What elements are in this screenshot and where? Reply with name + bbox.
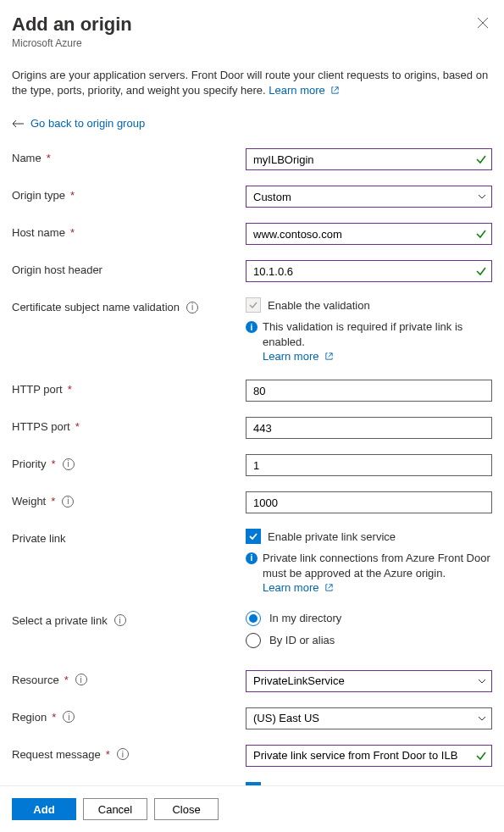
weight-label: Weight xyxy=(12,495,46,508)
info-icon[interactable]: i xyxy=(63,711,75,723)
back-arrow-icon xyxy=(12,119,24,128)
panel-subtitle: Microsoft Azure xyxy=(12,37,474,49)
external-link-icon xyxy=(330,86,340,95)
close-icon xyxy=(477,17,489,29)
https-port-label: HTTPS port xyxy=(12,420,70,433)
http-port-label: HTTP port xyxy=(12,383,63,396)
external-link-icon xyxy=(324,583,334,592)
host-name-input[interactable] xyxy=(246,223,492,245)
private-link-learn-more-link[interactable]: Learn more xyxy=(263,581,334,594)
enable-validation-checkbox xyxy=(246,297,261,313)
enable-validation-label: Enable the validation xyxy=(268,299,370,312)
info-badge-icon: i xyxy=(246,321,258,333)
region-select[interactable] xyxy=(246,707,492,729)
panel-title: Add an origin xyxy=(12,14,474,36)
required-marker: * xyxy=(47,152,51,164)
request-message-input[interactable] xyxy=(246,745,492,767)
radio-in-my-directory-label: In my directory xyxy=(269,612,341,624)
origin-host-header-label: Origin host header xyxy=(12,263,102,276)
info-icon[interactable]: i xyxy=(63,458,75,470)
origin-type-select[interactable] xyxy=(246,186,492,208)
info-badge-icon: i xyxy=(246,552,258,564)
name-input[interactable] xyxy=(246,148,492,170)
back-to-origin-group-link[interactable]: Go back to origin group xyxy=(30,117,145,130)
radio-in-my-directory[interactable]: In my directory xyxy=(246,611,492,626)
priority-input[interactable] xyxy=(246,454,492,476)
private-link-note: Private link connections from Azure Fron… xyxy=(263,552,490,580)
close-button[interactable] xyxy=(474,14,492,35)
priority-label: Priority xyxy=(12,458,46,470)
origin-type-label: Origin type xyxy=(12,189,65,202)
private-link-label: Private link xyxy=(12,532,66,545)
radio-by-id-or-alias-label: By ID or alias xyxy=(269,634,335,646)
weight-input[interactable] xyxy=(246,491,492,513)
info-icon[interactable]: i xyxy=(62,496,74,508)
learn-more-link[interactable]: Learn more xyxy=(269,84,340,97)
add-button[interactable]: Add xyxy=(12,798,76,820)
cert-validation-label: Certificate subject name validation xyxy=(12,301,180,313)
external-link-icon xyxy=(324,352,334,361)
resource-select[interactable] xyxy=(246,670,492,692)
enable-private-link-label: Enable private link service xyxy=(268,530,396,543)
radio-by-id-or-alias[interactable]: By ID or alias xyxy=(246,633,492,648)
http-port-input[interactable] xyxy=(246,380,492,402)
request-message-label: Request message xyxy=(12,748,101,761)
origin-host-header-input[interactable] xyxy=(246,260,492,282)
cancel-button[interactable]: Cancel xyxy=(83,798,147,820)
host-name-label: Host name xyxy=(12,226,65,239)
info-icon[interactable]: i xyxy=(75,674,87,685)
info-icon[interactable]: i xyxy=(114,614,126,626)
cert-validation-note: This validation is required if private l… xyxy=(263,320,462,348)
close-footer-button[interactable]: Close xyxy=(154,798,219,820)
description-text: Origins are your application servers. Fr… xyxy=(12,68,492,98)
cert-validation-learn-more-link[interactable]: Learn more xyxy=(263,350,334,363)
resource-label: Resource xyxy=(12,674,59,686)
info-icon[interactable]: i xyxy=(117,748,129,760)
select-private-link-label: Select a private link xyxy=(12,614,108,627)
enable-private-link-checkbox[interactable] xyxy=(246,529,261,544)
footer-bar: Add Cancel Close xyxy=(0,785,504,832)
info-icon[interactable]: i xyxy=(186,302,198,313)
https-port-input[interactable] xyxy=(246,417,492,439)
region-label: Region xyxy=(12,711,47,724)
name-label: Name xyxy=(12,152,42,164)
